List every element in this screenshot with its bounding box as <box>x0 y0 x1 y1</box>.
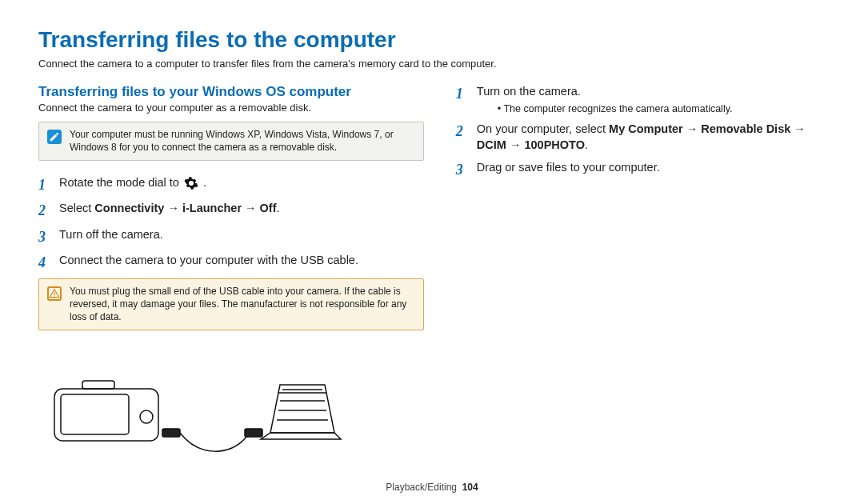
svg-rect-6 <box>162 429 180 437</box>
camera-laptop-illustration <box>38 345 342 457</box>
step-3: Turn off the camera. <box>38 227 424 246</box>
settings-gear-icon <box>184 176 198 190</box>
step-4-text: Connect the camera to your computer with… <box>59 253 358 269</box>
info-note-box: Your computer must be running Windows XP… <box>38 122 424 161</box>
info-icon <box>47 130 62 144</box>
warning-note-box: You must plug the small end of the USB c… <box>38 278 424 330</box>
footer-page-number: 104 <box>462 482 478 493</box>
svg-point-4 <box>140 410 153 423</box>
step-1: Rotate the mode dial to . <box>38 175 424 194</box>
step-2-tail: . <box>277 202 280 214</box>
svg-rect-3 <box>61 394 129 434</box>
step-1-tail: . <box>203 176 206 189</box>
content-columns: Transferring files to your Windows OS co… <box>38 84 826 457</box>
step-6: On your computer, select My Computer → R… <box>456 122 826 153</box>
svg-rect-5 <box>82 381 114 389</box>
step-2-pre: Select <box>59 202 94 214</box>
page-footer: Playback/Editing 104 <box>0 482 864 493</box>
svg-rect-7 <box>245 429 262 437</box>
step-2: Select Connectivity → i-Launcher → Off. <box>38 201 424 220</box>
right-column: Turn on the camera. The computer recogni… <box>456 84 826 457</box>
warning-note-text: You must plug the small end of the USB c… <box>70 286 415 323</box>
warning-icon <box>47 286 62 301</box>
step-7: Drag or save files to your computer. <box>456 160 826 179</box>
steps-list-right: Turn on the camera. The computer recogni… <box>456 84 826 179</box>
left-column: Transferring files to your Windows OS co… <box>38 84 424 457</box>
step-5-text: Turn on the camera. <box>477 85 581 98</box>
step-7-text: Drag or save files to your computer. <box>477 160 660 176</box>
svg-rect-2 <box>54 389 158 441</box>
svg-point-1 <box>54 296 54 297</box>
step-6-tail: . <box>585 138 588 151</box>
step-6-pre: On your computer, select <box>477 122 609 135</box>
info-note-text: Your computer must be running Windows XP… <box>70 129 415 154</box>
page-intro: Connect the camera to a computer to tran… <box>38 58 826 70</box>
section-heading: Transferring files to your Windows OS co… <box>38 84 424 100</box>
step-3-text: Turn off the camera. <box>59 227 163 243</box>
step-5: Turn on the camera. The computer recogni… <box>456 84 826 115</box>
section-subtitle: Connect the camera to your computer as a… <box>38 102 424 114</box>
footer-section: Playback/Editing <box>386 482 457 493</box>
step-1-text: Rotate the mode dial to <box>59 176 182 189</box>
page-title: Transferring files to the computer <box>38 27 826 53</box>
step-2-bold: Connectivity → i-Launcher → Off <box>94 202 276 214</box>
step-4: Connect the camera to your computer with… <box>38 253 424 272</box>
step-5-sub: The computer recognizes the camera autom… <box>498 102 733 116</box>
steps-list-left: Rotate the mode dial to . Select Connect… <box>38 175 424 272</box>
